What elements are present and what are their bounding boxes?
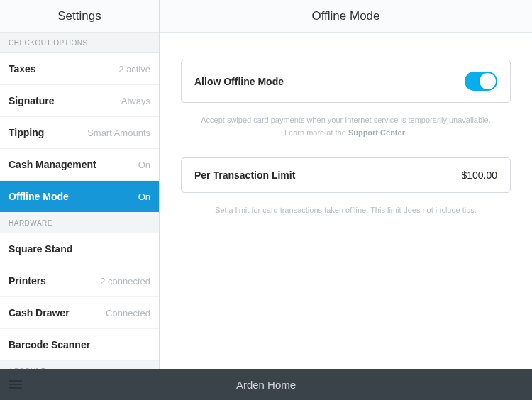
sidebar-item-value: On — [138, 160, 150, 170]
sidebar-item-signature[interactable]: SignatureAlways — [0, 85, 159, 117]
transaction-limit-label: Per Transaction Limit — [194, 170, 295, 181]
sidebar-item-label: Barcode Scanner — [9, 339, 90, 350]
sidebar-item-label: Cash Management — [9, 159, 96, 170]
sidebar-item-label: Offline Mode — [9, 191, 69, 202]
sidebar-item-label: Taxes — [9, 63, 36, 74]
sidebar-item-barcode-scanner[interactable]: Barcode Scanner — [0, 329, 159, 361]
support-center-link[interactable]: Support Center — [348, 128, 405, 137]
sidebar-item-label: Printers — [9, 275, 46, 287]
sidebar-item-value: 2 connected — [100, 276, 150, 287]
allow-offline-card: Allow Offline Mode — [181, 60, 511, 103]
sidebar-item-printers[interactable]: Printers2 connected — [0, 265, 159, 297]
bottom-bar: Arden Home — [0, 369, 532, 400]
sidebar-item-taxes[interactable]: Taxes2 active — [0, 53, 159, 85]
sidebar-item-value: On — [138, 191, 150, 202]
allow-offline-toggle[interactable] — [465, 72, 497, 91]
sidebar-item-offline-mode[interactable]: Offline ModeOn — [0, 181, 159, 213]
content-title: Offline Mode — [160, 0, 532, 33]
sidebar-item-label: Square Stand — [9, 243, 72, 255]
sidebar-item-label: Cash Drawer — [9, 307, 70, 318]
sidebar-item-value: Smart Amounts — [87, 128, 150, 138]
sidebar-item-label: Tipping — [9, 127, 44, 138]
sidebar-item-cash-management[interactable]: Cash ManagementOn — [0, 149, 159, 181]
transaction-limit-help: Set a limit for card transactions taken … — [181, 193, 511, 235]
bottom-bar-title: Arden Home — [31, 379, 501, 391]
allow-offline-label: Allow Offline Mode — [194, 76, 284, 87]
sidebar-item-value: Always — [121, 96, 150, 106]
content: Offline Mode Allow Offline Mode Accept s… — [160, 0, 532, 369]
allow-offline-help: Accept swiped card payments when your In… — [181, 103, 511, 157]
sidebar: Settings CHECKOUT OPTIONSTaxes2 activeSi… — [0, 0, 160, 369]
section-header: CHECKOUT OPTIONS — [0, 33, 159, 53]
menu-button[interactable] — [0, 380, 31, 389]
menu-icon — [9, 380, 22, 389]
sidebar-item-label: Signature — [9, 95, 55, 106]
transaction-limit-card[interactable]: Per Transaction Limit $100.00 — [181, 157, 511, 193]
sidebar-item-cash-drawer[interactable]: Cash DrawerConnected — [0, 297, 159, 329]
sidebar-item-tipping[interactable]: TippingSmart Amounts — [0, 117, 159, 149]
toggle-knob — [480, 73, 496, 89]
sidebar-item-value: 2 active — [118, 64, 150, 74]
transaction-limit-value: $100.00 — [461, 170, 497, 181]
section-header: ACCOUNT — [0, 361, 159, 369]
sidebar-item-square-stand[interactable]: Square Stand — [0, 233, 159, 265]
sidebar-title: Settings — [0, 0, 159, 33]
sidebar-item-value: Connected — [106, 308, 150, 318]
section-header: HARDWARE — [0, 213, 159, 233]
